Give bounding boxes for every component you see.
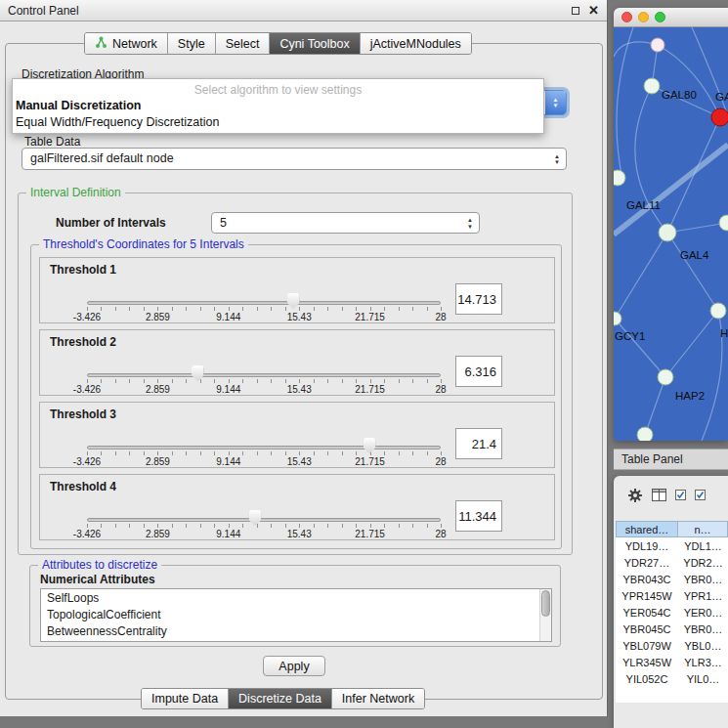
cell-name[interactable]: YDR2… bbox=[678, 557, 728, 569]
cell-shared-name[interactable]: YBR043C bbox=[616, 574, 678, 585]
column-header-name[interactable]: n… bbox=[678, 521, 728, 537]
threshold-4-slider[interactable]: -3.4262.8599.14415.4321.71528 bbox=[87, 475, 445, 539]
close-window-icon[interactable]: ✕ bbox=[588, 5, 599, 17]
select-none-checkbox-icon[interactable] bbox=[695, 490, 706, 503]
select-all-checkbox-icon[interactable] bbox=[675, 490, 686, 503]
cell-name[interactable]: YIL0… bbox=[678, 673, 728, 685]
tab-select[interactable]: Select bbox=[216, 33, 271, 54]
table-row[interactable]: YBL079W YBL0… bbox=[616, 637, 728, 654]
network-canvas[interactable]: GAL80 GA GAL11 GAL4 GCY1 HAP2 H bbox=[614, 27, 728, 441]
table-row[interactable]: YDR27… YDR2… bbox=[616, 554, 728, 571]
tab-impute-data[interactable]: Impute Data bbox=[142, 689, 229, 708]
list-item[interactable]: BetweennessCentrality bbox=[47, 623, 551, 640]
list-item[interactable]: SelfLoops bbox=[47, 590, 551, 607]
zoom-window-icon[interactable] bbox=[655, 12, 665, 22]
scale-tick-label: 21.715 bbox=[355, 456, 385, 467]
threshold-3-value-field[interactable]: 21.4 bbox=[455, 428, 502, 459]
combo-arrows-icon: ▲▼ bbox=[554, 152, 560, 165]
table-row[interactable]: YIL052C YIL0… bbox=[616, 670, 728, 687]
list-item[interactable]: TopologicalCoefficient bbox=[47, 607, 551, 623]
cell-shared-name[interactable]: YLR345W bbox=[616, 657, 678, 668]
slider-track[interactable] bbox=[87, 301, 441, 305]
threshold-3-slider[interactable]: -3.4262.8599.14415.4321.71528 bbox=[87, 403, 445, 467]
columns-icon[interactable] bbox=[652, 489, 666, 504]
threshold-1-value-field[interactable]: 14.713 bbox=[455, 283, 502, 315]
selected-node[interactable] bbox=[711, 108, 728, 126]
cell-name[interactable]: YBL0… bbox=[678, 640, 728, 652]
threshold-1-slider[interactable]: -3.4262.8599.14415.4321.71528 bbox=[87, 258, 445, 322]
node-label: GA bbox=[715, 91, 728, 103]
network-node[interactable] bbox=[614, 312, 621, 325]
tab-network[interactable]: Network bbox=[85, 33, 168, 54]
scale-tick-label: -3.426 bbox=[73, 384, 101, 395]
tab-style[interactable]: Style bbox=[168, 33, 216, 54]
network-node[interactable] bbox=[659, 224, 676, 241]
numerical-attributes-list[interactable]: SelfLoopsTopologicalCoefficientBetweenne… bbox=[40, 588, 552, 642]
tab-label: Infer Network bbox=[342, 692, 414, 706]
threshold-4-value-field[interactable]: 11.344 bbox=[455, 500, 502, 532]
tab-label: Discretize Data bbox=[238, 692, 321, 706]
popup-item-equal-width-frequency[interactable]: Equal Width/Frequency Discretization bbox=[13, 114, 543, 131]
float-window-icon[interactable] bbox=[572, 7, 579, 15]
scale-tick-label: 9.144 bbox=[216, 529, 240, 539]
cell-shared-name[interactable]: YDL19… bbox=[616, 540, 678, 552]
table-row[interactable]: YER054C YER0… bbox=[616, 604, 728, 621]
minimize-window-icon[interactable] bbox=[638, 12, 649, 22]
popup-item-manual-discretization[interactable]: Manual Discretization bbox=[13, 98, 543, 114]
control-panel-window: Control Panel ✕ Network Style Select Cyn… bbox=[0, 0, 608, 716]
cell-shared-name[interactable]: YPR145W bbox=[616, 590, 678, 602]
table-row[interactable]: YPR145W YPR1… bbox=[616, 587, 728, 604]
network-node[interactable] bbox=[637, 427, 653, 441]
table-panel-window: shared… n… YDL19… YDL1… YDR27… YDR2… YBR… bbox=[614, 476, 728, 728]
interval-definition-title: Interval Definition bbox=[26, 186, 125, 199]
cell-shared-name[interactable]: YIL052C bbox=[616, 673, 678, 685]
tab-jactivemnodules[interactable]: jActiveMNodules bbox=[361, 33, 471, 54]
cell-shared-name[interactable]: YDR27… bbox=[616, 557, 678, 569]
network-node[interactable] bbox=[710, 303, 726, 319]
cell-name[interactable]: YER0… bbox=[678, 607, 728, 619]
table-row[interactable]: YLR345W YLR3… bbox=[616, 654, 728, 670]
threshold-2-value-field[interactable]: 6.316 bbox=[455, 356, 502, 387]
node-label: GCY1 bbox=[615, 330, 645, 342]
cell-shared-name[interactable]: YER054C bbox=[616, 607, 678, 619]
scrollbar-thumb[interactable] bbox=[541, 590, 550, 617]
table-row[interactable]: YBR043C YBR0… bbox=[616, 571, 728, 587]
table-data-select[interactable]: galFiltered.sif default node ▲▼ bbox=[21, 148, 567, 170]
cell-name[interactable]: YBR0… bbox=[678, 574, 728, 585]
slider-scale: -3.4262.8599.14415.4321.71528 bbox=[87, 456, 441, 468]
network-node[interactable] bbox=[644, 78, 660, 94]
cell-shared-name[interactable]: YBL079W bbox=[616, 640, 678, 652]
tab-infer-network[interactable]: Infer Network bbox=[332, 689, 424, 708]
list-scrollbar[interactable] bbox=[539, 589, 551, 641]
network-node[interactable] bbox=[719, 215, 728, 231]
table-row[interactable]: YDL19… YDL1… bbox=[616, 537, 728, 554]
scale-tick-label: -3.426 bbox=[73, 529, 101, 539]
scale-tick-label: 15.43 bbox=[287, 384, 312, 395]
gear-icon[interactable] bbox=[627, 488, 643, 506]
cell-name[interactable]: YPR1… bbox=[678, 590, 728, 602]
table-row[interactable]: YBR045C YBR0… bbox=[616, 621, 728, 637]
highlighted-edge[interactable] bbox=[614, 145, 728, 235]
number-of-intervals-select[interactable]: 5 ▲▼ bbox=[211, 212, 480, 234]
slider-track[interactable] bbox=[87, 446, 441, 450]
tab-cyni-toolbox[interactable]: Cyni Toolbox bbox=[270, 33, 360, 54]
network-node[interactable] bbox=[658, 369, 673, 385]
cell-name[interactable]: YDL1… bbox=[678, 540, 728, 552]
cell-shared-name[interactable]: YBR045C bbox=[616, 623, 678, 635]
tab-discretize-data[interactable]: Discretize Data bbox=[229, 689, 332, 708]
network-node[interactable] bbox=[614, 170, 625, 186]
close-window-icon[interactable] bbox=[621, 12, 632, 22]
slider-track[interactable] bbox=[87, 373, 441, 377]
slider-ticks bbox=[87, 379, 442, 383]
network-node[interactable] bbox=[651, 38, 664, 52]
slider-track[interactable] bbox=[87, 518, 441, 522]
scale-tick-label: 28 bbox=[435, 529, 446, 539]
column-header-shared-name[interactable]: shared… bbox=[616, 521, 678, 537]
apply-button[interactable]: Apply bbox=[263, 656, 325, 676]
node-label: HAP2 bbox=[675, 390, 705, 402]
table-data-label: Table Data bbox=[24, 135, 80, 149]
cell-name[interactable]: YBR0… bbox=[678, 623, 728, 635]
scale-tick-label: 21.715 bbox=[355, 529, 385, 539]
cell-name[interactable]: YLR3… bbox=[678, 657, 728, 668]
threshold-2-slider[interactable]: -3.4262.8599.14415.4321.71528 bbox=[87, 330, 445, 395]
